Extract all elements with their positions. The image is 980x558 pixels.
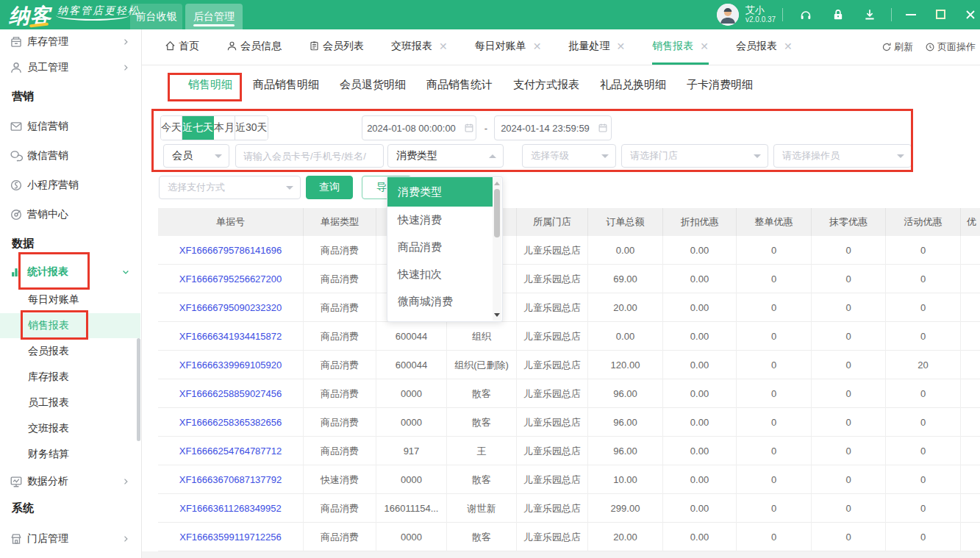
- tab-member-list[interactable]: 会员列表: [309, 29, 364, 65]
- close-tab-icon[interactable]: ✕: [439, 41, 448, 51]
- lock-icon[interactable]: [831, 8, 845, 21]
- sidebar-item-label: 库存管理: [27, 35, 68, 49]
- order-number-link[interactable]: XF16666795786141696: [179, 245, 282, 256]
- sidebar-item-label: 营销中心: [27, 208, 68, 221]
- nav-front-cashier[interactable]: 前台收银: [130, 4, 182, 29]
- rounding-discount-cell: 0: [812, 265, 886, 293]
- store-select[interactable]: 请选择门店: [621, 144, 768, 168]
- sidebar-item-store-management[interactable]: 门店管理: [0, 526, 140, 551]
- whole-order-discount-cell: 0: [737, 523, 812, 551]
- order-number-link[interactable]: XF16663670687137792: [179, 474, 282, 485]
- sidebar-item-staff[interactable]: 员工管理: [0, 55, 140, 80]
- close-tab-icon[interactable]: ✕: [533, 41, 542, 51]
- order-number-link[interactable]: XF16666795090232320: [179, 302, 282, 313]
- avatar[interactable]: [717, 4, 739, 26]
- tab-home[interactable]: 首页: [165, 29, 199, 65]
- sidebar-item-statistics-report[interactable]: 统计报表: [0, 260, 140, 285]
- date-to-input[interactable]: [498, 123, 593, 134]
- date-preset-button[interactable]: 本月: [214, 116, 235, 140]
- order-number-link[interactable]: XF16666254764787712: [179, 446, 282, 457]
- table-row: XF16666258365382656 商品消费 0000 散客 儿童乐园总店 …: [158, 408, 980, 437]
- tab-daily-reconciliation[interactable]: 每日对账单 ✕: [475, 29, 542, 65]
- store-icon: [10, 532, 23, 546]
- sidebar-item-marketing-center[interactable]: 营销中心: [0, 202, 140, 227]
- sidebar-item-miniprogram-marketing[interactable]: 小程序营销: [0, 173, 140, 198]
- sidebar-item-daily-reconciliation[interactable]: 每日对账单: [0, 287, 140, 312]
- scroll-down-icon[interactable]: [494, 313, 500, 317]
- report-subtab[interactable]: 礼品兑换明细: [600, 78, 666, 92]
- report-subtab[interactable]: 商品销售明细: [253, 78, 319, 92]
- tab-batch-processing[interactable]: 批量处理 ✕: [568, 29, 625, 65]
- page-operation-icon: [925, 42, 935, 52]
- sidebar-item-sales-report[interactable]: 销售报表: [0, 313, 140, 338]
- minimize-button[interactable]: [906, 14, 916, 15]
- nav-backend-admin[interactable]: 后台管理: [185, 4, 243, 29]
- report-subtab[interactable]: 销售明细: [188, 78, 232, 92]
- dropdown-option[interactable]: 快速扣次: [387, 261, 493, 288]
- sales-detail-table: 单据号 单据类型 所属门店 订单总额 折扣优惠 整单优惠 抹零优惠 活动优惠 优…: [158, 208, 980, 551]
- close-button[interactable]: [965, 9, 976, 21]
- horizontal-scroll-track[interactable]: [142, 551, 980, 558]
- discount-cell: 0.00: [663, 236, 737, 265]
- date-range-separator: -: [481, 115, 491, 140]
- sidebar-item-staff-report[interactable]: 员工报表: [0, 390, 140, 415]
- sidebar-item-sms-marketing[interactable]: 短信营销: [0, 114, 140, 139]
- order-number-link[interactable]: XF16666795256627200: [179, 273, 282, 285]
- coupon-cell: [961, 437, 980, 465]
- sidebar-item-shift-report[interactable]: 交班报表: [0, 416, 140, 441]
- report-subtab[interactable]: 支付方式报表: [513, 78, 579, 92]
- page-operation-button[interactable]: 页面操作: [925, 40, 976, 54]
- order-number-link[interactable]: XF16666258365382656: [179, 417, 282, 428]
- date-from-field[interactable]: [362, 115, 476, 140]
- search-button[interactable]: 查询: [306, 176, 353, 199]
- order-number-link[interactable]: XF16666258859027456: [179, 388, 282, 399]
- consume-type-select[interactable]: 消费类型: [387, 144, 504, 168]
- scrollbar-thumb[interactable]: [494, 189, 500, 237]
- dropdown-option[interactable]: 消费类型: [387, 177, 493, 207]
- sidebar-item-financial-settlement[interactable]: 财务结算: [0, 442, 140, 467]
- sidebar-item-inventory[interactable]: 库存管理: [0, 29, 140, 54]
- tab-shift-report[interactable]: 交班报表 ✕: [391, 29, 448, 65]
- sidebar-item-inventory-report[interactable]: 库存报表: [0, 365, 140, 390]
- dropdown-option[interactable]: 快速消费: [387, 207, 493, 234]
- sidebar-item-wechat-marketing[interactable]: 微信营销: [0, 143, 140, 168]
- refresh-button[interactable]: 刷新: [881, 40, 913, 54]
- tab-member-report[interactable]: 会员报表 ✕: [736, 29, 793, 65]
- caret-down-icon: [286, 186, 293, 190]
- date-to-field[interactable]: [494, 115, 612, 140]
- date-preset-button[interactable]: 近30天: [235, 116, 268, 140]
- date-preset-button[interactable]: 今天: [161, 116, 182, 140]
- level-select[interactable]: 选择等级: [522, 144, 616, 168]
- maximize-button[interactable]: [936, 10, 945, 19]
- member-type-select[interactable]: 会员: [163, 144, 229, 168]
- operator-placeholder: 请选择操作员: [782, 149, 840, 162]
- tab-member-info[interactable]: 会员信息: [226, 29, 282, 65]
- sidebar-item-data-analysis[interactable]: 数据分析: [0, 469, 140, 494]
- tab-sales-report[interactable]: 销售报表 ✕: [652, 29, 709, 65]
- download-icon[interactable]: [863, 8, 876, 21]
- order-number-link[interactable]: XF16663611268349952: [179, 503, 282, 514]
- date-from-input[interactable]: [365, 123, 459, 134]
- report-subtab[interactable]: 子卡消费明细: [687, 78, 753, 92]
- order-number-link[interactable]: XF16663599119712256: [179, 532, 282, 543]
- close-tab-icon[interactable]: ✕: [700, 41, 709, 51]
- report-subtab[interactable]: 会员退货明细: [340, 78, 406, 92]
- order-number-link[interactable]: XF16666339969105920: [179, 360, 282, 371]
- date-preset-button[interactable]: 近七天: [182, 116, 214, 140]
- close-tab-icon[interactable]: ✕: [784, 41, 793, 51]
- sidebar-scrollbar[interactable]: [137, 338, 140, 441]
- dropdown-option[interactable]: 微商城消费: [387, 288, 493, 315]
- report-subtab[interactable]: 商品销售统计: [426, 78, 493, 92]
- operator-select[interactable]: 请选择操作员: [773, 144, 912, 168]
- customer-service-icon[interactable]: [799, 8, 812, 21]
- payment-method-select[interactable]: 选择支付方式: [159, 176, 301, 199]
- close-tab-icon[interactable]: ✕: [616, 41, 625, 51]
- order-number-link[interactable]: XF16666341934415872: [179, 331, 282, 342]
- dropdown-scrollbar[interactable]: [493, 178, 501, 321]
- scroll-up-icon[interactable]: [494, 182, 500, 185]
- member-search-input[interactable]: [235, 144, 384, 168]
- table-column-header: 订单总额: [588, 208, 663, 236]
- sidebar-item-member-report[interactable]: 会员报表: [0, 339, 140, 364]
- app-version: v2.0.0.37: [745, 15, 776, 24]
- dropdown-option[interactable]: 商品消费: [387, 234, 493, 261]
